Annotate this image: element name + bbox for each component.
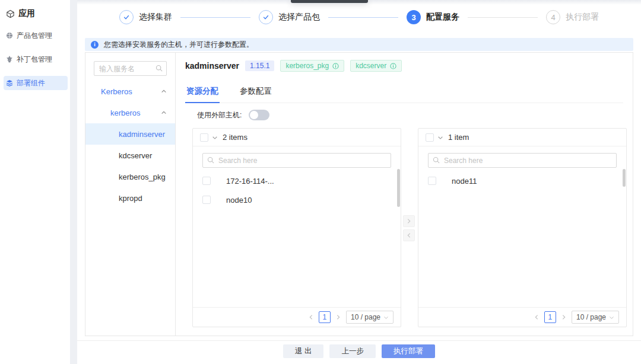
chevron-up-icon[interactable]	[161, 110, 167, 116]
exit-button[interactable]: 退 出	[283, 344, 323, 358]
service-tree-panel: Kerberos kerberos kadminserver kdcserver…	[85, 53, 176, 336]
hosts-search-input[interactable]	[428, 153, 617, 168]
layers-icon	[6, 79, 13, 87]
select-all-checkbox[interactable]	[426, 133, 434, 142]
page-size-select[interactable]: 10 / page	[346, 311, 394, 324]
move-right-button[interactable]	[403, 215, 415, 227]
items-count: 2 items	[223, 133, 247, 142]
host-transfer: 2 items 172-16-114-...	[176, 128, 633, 327]
scrollbar-thumb[interactable]	[397, 169, 400, 207]
hosts-search-input[interactable]	[202, 153, 391, 168]
content-card: 选择集群 选择产品包 3 配置服务 4 执行部署 i 您需选择安装	[77, 0, 641, 364]
toggle-knob	[250, 111, 258, 119]
tab-parameter-config[interactable]: 参数配置	[239, 86, 273, 103]
config-tabs: 资源分配 参数配置	[185, 86, 623, 103]
step-select-cluster: 选择集群	[119, 10, 172, 24]
chevron-down-icon[interactable]	[212, 135, 218, 141]
tree-node-label: Kerberos	[101, 87, 132, 96]
prev-page-icon[interactable]	[308, 314, 314, 320]
host-label: node10	[226, 196, 252, 205]
host-checkbox[interactable]	[428, 177, 436, 185]
available-hosts-header: 2 items	[193, 129, 401, 146]
search-icon	[207, 157, 214, 164]
step-label: 执行部署	[566, 12, 599, 23]
step-label: 配置服务	[426, 12, 459, 23]
package-icon	[6, 32, 13, 39]
info-banner: i 您需选择安装服务的主机，并可进行参数配置。	[85, 38, 633, 51]
step-select-product-package: 选择产品包	[259, 10, 320, 24]
step-label: 选择集群	[139, 12, 172, 23]
step-connector	[328, 17, 398, 18]
host-label: 172-16-114-...	[226, 177, 274, 186]
dependency-label: kerberos_pkg	[285, 62, 329, 70]
external-host-row: 使用外部主机:	[197, 110, 269, 120]
dependency-badge: kerberos_pkg	[280, 60, 344, 72]
execute-deploy-button[interactable]: 执行部署	[382, 344, 435, 358]
scrollbar-thumb[interactable]	[623, 169, 626, 187]
check-circle-icon	[259, 10, 273, 24]
tree-node-kerberos-sub[interactable]: kerberos	[85, 102, 175, 123]
pagination: 1 10 / page	[418, 307, 626, 327]
cube-icon	[6, 9, 15, 18]
chevron-down-icon[interactable]	[437, 135, 443, 141]
search-icon	[156, 65, 163, 72]
configuration-panel: Kerberos kerberos kadminserver kdcserver…	[85, 52, 633, 336]
move-left-button[interactable]	[403, 229, 415, 241]
app-title-label: 应用	[18, 8, 35, 19]
info-outline-icon[interactable]	[390, 63, 396, 69]
tree-node-kpropd[interactable]: kpropd	[85, 187, 175, 209]
sidebar-item-label: 产品包管理	[17, 31, 52, 41]
selected-hosts-list: 1 item node11	[418, 128, 627, 327]
search-icon	[433, 157, 440, 164]
tree-node-kerberos-pkg[interactable]: kerberos_pkg	[85, 166, 175, 187]
hosts-rows: node11	[418, 171, 626, 190]
sidebar-item-label: 部署组件	[17, 78, 45, 88]
sidebar: 应用 产品包管理 补丁包管理 部署组件	[0, 0, 70, 364]
host-row[interactable]: node11	[418, 171, 626, 190]
external-host-toggle[interactable]	[249, 110, 269, 120]
hosts-search	[428, 153, 617, 168]
chevron-up-icon[interactable]	[161, 88, 167, 94]
host-row[interactable]: node10	[193, 190, 401, 209]
chevron-down-icon	[383, 315, 389, 320]
step-configure-services: 3 配置服务	[407, 10, 459, 24]
current-page[interactable]: 1	[544, 311, 556, 323]
chevron-down-icon	[609, 315, 614, 320]
next-page-icon[interactable]	[335, 314, 341, 320]
host-row[interactable]: 172-16-114-...	[193, 171, 401, 190]
sidebar-nav: 产品包管理 补丁包管理 部署组件	[0, 28, 70, 90]
step-connector	[468, 17, 538, 18]
sidebar-item-product-packages[interactable]: 产品包管理	[4, 28, 68, 43]
chevron-right-icon	[406, 218, 412, 224]
tab-resource-allocation[interactable]: 资源分配	[185, 86, 220, 103]
tree-node-kerberos-group[interactable]: Kerberos	[85, 81, 175, 102]
page-size-select[interactable]: 10 / page	[572, 311, 619, 324]
previous-step-button[interactable]: 上一步	[329, 344, 376, 358]
tree-node-kadminserver[interactable]: kadminserver	[85, 123, 175, 145]
page-size-value: 10 / page	[351, 313, 380, 321]
external-host-label: 使用外部主机:	[197, 110, 242, 120]
chevron-left-icon	[406, 232, 412, 238]
tree-node-label: kerberos	[110, 108, 141, 117]
sidebar-item-patch-packages[interactable]: 补丁包管理	[4, 52, 68, 66]
step-number-badge: 4	[546, 10, 560, 24]
items-count: 1 item	[448, 133, 469, 142]
tree-node-kdcserver[interactable]: kdcserver	[85, 145, 175, 166]
selected-hosts-header: 1 item	[418, 129, 626, 146]
next-page-icon[interactable]	[561, 314, 567, 320]
service-header: kadminserver 1.15.1 kerberos_pkg kdcserv…	[185, 60, 402, 72]
wizard-stepper: 选择集群 选择产品包 3 配置服务 4 执行部署	[77, 8, 641, 26]
current-page[interactable]: 1	[319, 311, 331, 323]
service-name: kadminserver	[185, 61, 239, 71]
dependency-badge: kdcserver	[350, 60, 402, 72]
select-all-checkbox[interactable]	[200, 133, 208, 142]
host-checkbox[interactable]	[202, 196, 211, 204]
host-checkbox[interactable]	[202, 177, 211, 185]
info-outline-icon[interactable]	[332, 63, 339, 69]
info-banner-text: 您需选择安装服务的主机，并可进行参数配置。	[104, 40, 253, 50]
prev-page-icon[interactable]	[534, 314, 540, 320]
hosts-search	[202, 153, 391, 168]
step-execute-deploy: 4 执行部署	[546, 10, 599, 24]
pagination: 1 10 / page	[193, 307, 401, 327]
sidebar-item-deploy-components[interactable]: 部署组件	[4, 76, 68, 90]
